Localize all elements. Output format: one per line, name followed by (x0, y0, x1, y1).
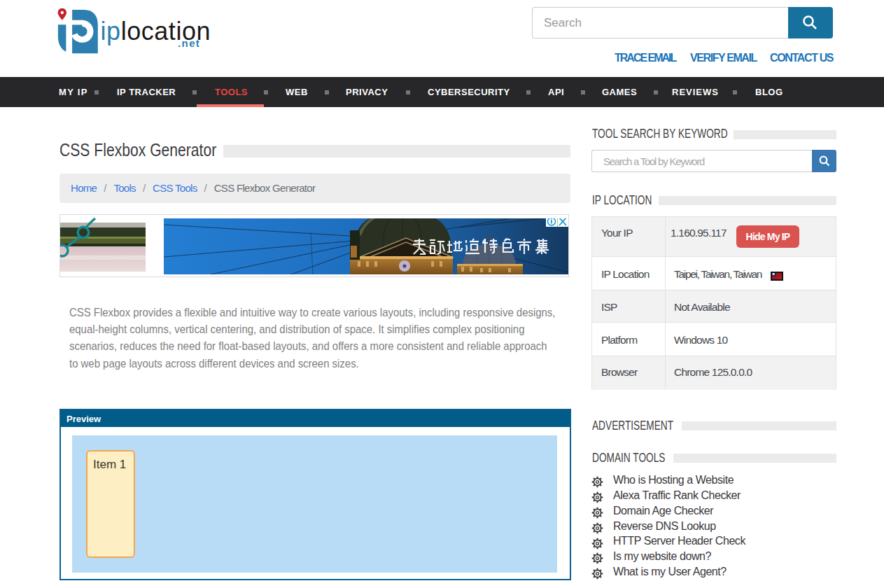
svg-text:.net: .net (178, 37, 200, 49)
